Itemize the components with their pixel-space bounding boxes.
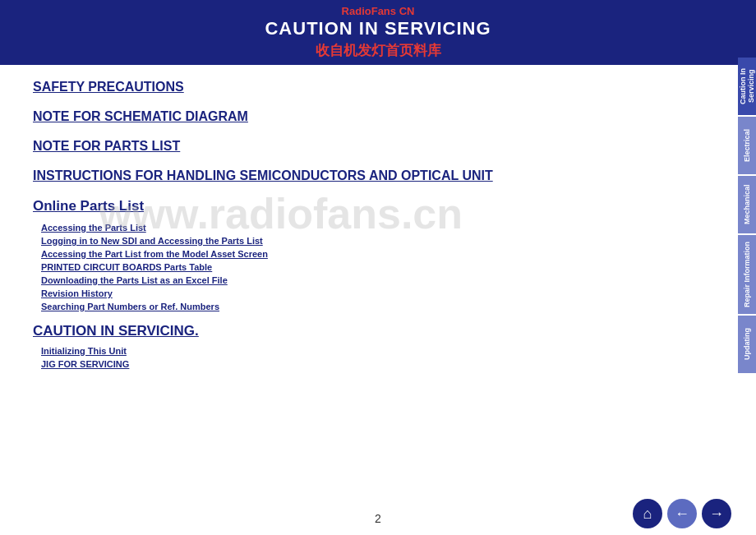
caution-servicing-title: CAUTION IN SERVICING. [33,323,703,339]
logging-in-link[interactable]: Logging in to New SDI and Accessing the … [41,236,703,246]
forward-button[interactable]: → [702,499,731,528]
pcb-table-link[interactable]: PRINTED CIRCUIT BOARDS Parts Table [41,262,703,272]
safety-precautions-link[interactable]: SAFETY PRECAUTIONS [33,80,703,95]
parts-list-link[interactable]: NOTE FOR PARTS LIST [33,139,703,154]
caution-sublinks: Initializing This Unit JIG FOR SERVICING [41,346,703,369]
online-parts-title: Online Parts List [33,198,703,214]
accessing-parts-link[interactable]: Accessing the Parts List [41,223,703,233]
footer-navigation: ⌂ ← → [633,499,731,528]
downloading-link[interactable]: Downloading the Parts List as an Excel F… [41,275,703,285]
home-button[interactable]: ⌂ [633,499,662,528]
sidebar-tab-mechanical[interactable]: Mechanical [738,176,756,233]
initializing-link[interactable]: Initializing This Unit [41,346,703,356]
page-header: RadioFans CN CAUTION IN SERVICING 收自机发灯首… [0,0,756,65]
revision-history-link[interactable]: Revision History [41,288,703,298]
sidebar-tab-caution[interactable]: Caution InServicing [738,58,756,115]
watermark-bottom: 收自机发灯首页料库 [0,41,756,60]
semiconductors-link[interactable]: INSTRUCTIONS FOR HANDLING SEMICONDUCTORS… [33,168,703,183]
accessing-model-link[interactable]: Accessing the Part List from the Model A… [41,249,703,259]
main-content: SAFETY PRECAUTIONS NOTE FOR SCHEMATIC DI… [0,65,736,380]
online-parts-sublinks: Accessing the Parts List Logging in to N… [41,223,703,311]
page-footer: 2 ⌂ ← → [0,499,756,535]
back-button[interactable]: ← [667,499,697,528]
sidebar-tab-repair[interactable]: Repair Information [738,235,756,314]
page-number: 2 [375,512,381,525]
schematic-diagram-link[interactable]: NOTE FOR SCHEMATIC DIAGRAM [33,109,703,124]
header-title: CAUTION IN SERVICING [0,18,756,39]
searching-link[interactable]: Searching Part Numbers or Ref. Numbers [41,302,703,311]
sidebar-tab-updating[interactable]: Updating [738,316,756,373]
sidebar-tab-electrical[interactable]: Electrical [738,117,756,174]
watermark-top: RadioFans CN [342,5,415,17]
sidebar-tabs: Caution InServicing Electrical Mechanica… [738,58,756,373]
jig-link[interactable]: JIG FOR SERVICING [41,359,703,369]
